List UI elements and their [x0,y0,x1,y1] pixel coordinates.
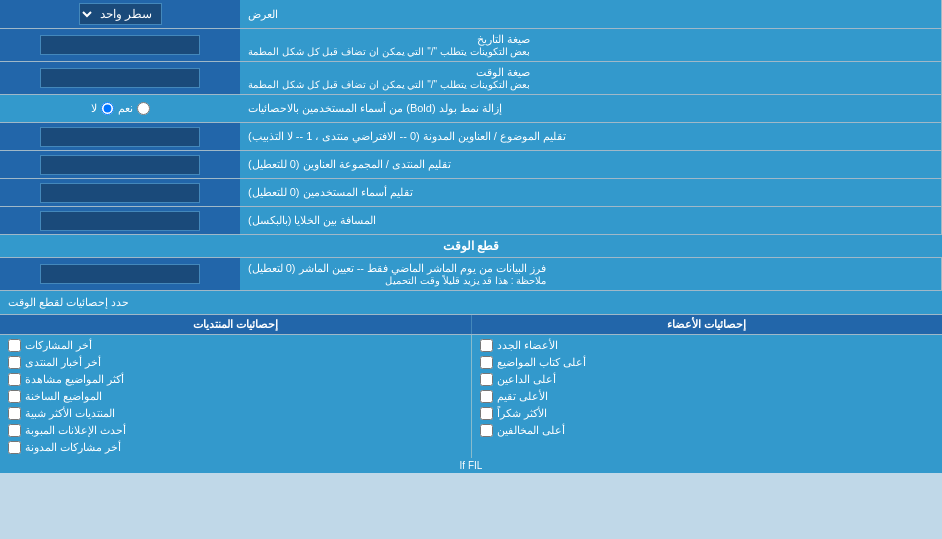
time-cut-input-container: 0 [0,258,240,290]
checkbox-similar-forums: المنتديات الأكثر شبية [8,405,463,422]
topics-label: تقليم الموضوع / العناوين المدونة (0 -- ا… [240,123,942,150]
header-dropdown-container: سطر واحدسطرينثلاثة أسطر [0,0,240,28]
checkbox-last-posts: أخر المشاركات [8,337,463,354]
topics-row: تقليم الموضوع / العناوين المدونة (0 -- ا… [0,123,942,151]
date-format-input-container: d-m [0,29,240,61]
time-cut-input[interactable]: 0 [40,264,200,284]
date-format-label: صيغة التاريخ بعض التكوينات يتطلب "/" الت… [240,29,942,61]
members-checkbox-col: الأعضاء الجدد أعلى كتاب المواضيع أعلى ال… [471,335,943,458]
cell-spacing-input[interactable]: 2 [40,211,200,231]
checkbox-top-inviters: أعلى الداعين [480,371,935,388]
main-container: العرض سطر واحدسطرينثلاثة أسطر صيغة التار… [0,0,942,473]
time-format-label: صيغة الوقت بعض التكوينات يتطلب "/" التي … [240,62,942,94]
cell-spacing-row: المسافة بين الخلايا (بالبكسل) 2 [0,207,942,235]
forums-checkbox-col: أخر المشاركات أخر أخبار المنتدى أكثر الم… [0,335,471,458]
checkbox-top-writers: أعلى كتاب المواضيع [480,354,935,371]
date-format-input[interactable]: d-m [40,35,200,55]
usernames-input-container: 0 [0,179,240,206]
checkbox-most-thanks: الأكثر شكراً [480,405,935,422]
usernames-label: تقليم أسماء المستخدمين (0 للتعطيل) [240,179,942,206]
forum-titles-row: تقليم المنتدى / المجموعة العناوين (0 للت… [0,151,942,179]
checkbox-hot-topics: المواضيع الساخنة [8,388,463,405]
checkbox-last-news: أخر أخبار المنتدى [8,354,463,371]
checkbox-last-blog-posts: أخر مشاركات المدونة [8,439,463,456]
time-cut-label: فرز البيانات من يوم الماشر الماضي فقط --… [240,258,942,290]
checkbox-similar-forums-input[interactable] [8,407,21,420]
bold-no-radio[interactable] [101,102,114,115]
stats-header-members: إحصائيات الأعضاء [471,315,943,334]
usernames-input[interactable]: 0 [40,183,200,203]
checkbox-most-viewed-input[interactable] [8,373,21,386]
date-format-row: صيغة التاريخ بعض التكوينات يتطلب "/" الت… [0,29,942,62]
checkbox-last-posts-input[interactable] [8,339,21,352]
checkbox-latest-classifieds-input[interactable] [8,424,21,437]
usernames-row: تقليم أسماء المستخدمين (0 للتعطيل) 0 [0,179,942,207]
checkbox-most-thanks-input[interactable] [480,407,493,420]
stats-define-row: حدد إحصائيات لقطع الوقت [0,291,942,315]
cell-spacing-input-container: 2 [0,207,240,234]
time-cut-row: فرز البيانات من يوم الماشر الماضي فقط --… [0,258,942,291]
checkbox-hot-topics-input[interactable] [8,390,21,403]
time-format-input-container: H:i [0,62,240,94]
bottom-note: If FIL [0,458,942,473]
checkbox-top-inviters-input[interactable] [480,373,493,386]
cell-spacing-label: المسافة بين الخلايا (بالبكسل) [240,207,942,234]
stats-define-label: حدد إحصائيات لقطع الوقت [0,291,942,314]
bold-yes-radio[interactable] [137,102,150,115]
checkbox-last-news-input[interactable] [8,356,21,369]
display-select[interactable]: سطر واحدسطرينثلاثة أسطر [79,3,162,25]
time-format-input[interactable]: H:i [40,68,200,88]
topics-input-container: 33 [0,123,240,150]
time-format-row: صيغة الوقت بعض التكوينات يتطلب "/" التي … [0,62,942,95]
header-label: العرض [240,0,942,28]
checkbox-top-rated: الأعلى تقيم [480,388,935,405]
checkbox-new-members-input[interactable] [480,339,493,352]
checkbox-new-members: الأعضاء الجدد [480,337,935,354]
bold-radio-group: نعم لا [91,102,150,115]
header-row: العرض سطر واحدسطرينثلاثة أسطر [0,0,942,29]
checkbox-top-violations-input[interactable] [480,424,493,437]
checkbox-most-viewed: أكثر المواضيع مشاهدة [8,371,463,388]
checkboxes-container: الأعضاء الجدد أعلى كتاب المواضيع أعلى ال… [0,335,942,458]
time-cut-header: قطع الوقت [0,235,942,258]
stats-headers: إحصائيات الأعضاء إحصائيات المنتديات [0,315,942,335]
checkbox-top-rated-input[interactable] [480,390,493,403]
bold-row: إزالة نمط بولد (Bold) من أسماء المستخدمي… [0,95,942,123]
checkbox-last-blog-posts-input[interactable] [8,441,21,454]
forum-titles-input-container: 33 [0,151,240,178]
topics-input[interactable]: 33 [40,127,200,147]
forum-titles-input[interactable]: 33 [40,155,200,175]
checkbox-latest-classifieds: أحدث الإعلانات المبوبة [8,422,463,439]
stats-header-forums: إحصائيات المنتديات [0,315,471,334]
checkbox-top-writers-input[interactable] [480,356,493,369]
forum-titles-label: تقليم المنتدى / المجموعة العناوين (0 للت… [240,151,942,178]
bold-radio-container: نعم لا [0,95,240,122]
bold-label: إزالة نمط بولد (Bold) من أسماء المستخدمي… [240,95,942,122]
checkbox-top-violations: أعلى المخالفين [480,422,935,439]
